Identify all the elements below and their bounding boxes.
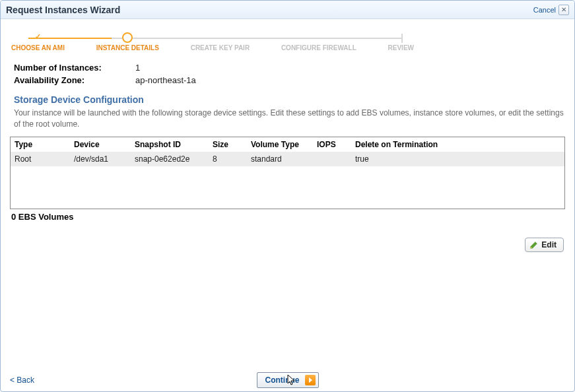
wizard-steps: ✓ CHOOSE AN AMI INSTANCE DETAILS CREATE …	[10, 27, 565, 51]
continue-button[interactable]: Continue	[257, 372, 319, 388]
col-iops: IOPS	[313, 137, 351, 152]
titlebar: Request Instances Wizard Cancel ✕	[1, 1, 574, 19]
col-delete-on-term: Delete on Termination	[351, 137, 564, 152]
table-header-row: Type Device Snapshot ID Size Volume Type…	[11, 137, 564, 152]
cell-delete-on-term: true	[351, 152, 564, 166]
col-type: Type	[11, 137, 70, 152]
num-instances-value: 1	[135, 63, 140, 73]
wizard-window: Request Instances Wizard Cancel ✕ ✓ CHOO…	[0, 0, 575, 392]
cell-iops	[313, 152, 351, 166]
step-choose-ami[interactable]: ✓ CHOOSE AN AMI	[11, 27, 65, 51]
edit-button-label: Edit	[541, 240, 557, 249]
step-create-key-pair: CREATE KEY PAIR	[191, 27, 250, 51]
num-instances-label: Number of Instances:	[14, 63, 135, 73]
step-label: CREATE KEY PAIR	[191, 44, 250, 51]
cell-snapshot: snap-0e62ed2e	[131, 152, 209, 166]
wizard-content: ✓ CHOOSE AN AMI INSTANCE DETAILS CREATE …	[1, 19, 574, 391]
storage-section-desc: Your instance will be launched with the …	[10, 108, 565, 130]
cell-device: /dev/sda1	[70, 152, 131, 166]
step-label: CONFIGURE FIREWALL	[281, 44, 356, 51]
checkmark-icon: ✓	[33, 32, 42, 42]
cell-volume-type: standard	[247, 152, 313, 166]
storage-table-wrap[interactable]: Type Device Snapshot ID Size Volume Type…	[10, 137, 565, 209]
close-icon[interactable]: ✕	[558, 5, 569, 15]
arrow-right-icon	[305, 375, 316, 385]
num-instances-row: Number of Instances: 1	[10, 63, 565, 73]
step-configure-firewall: CONFIGURE FIREWALL	[281, 27, 356, 51]
continue-button-label: Continue	[265, 376, 300, 385]
availability-zone-value: ap-northeast-1a	[135, 75, 196, 85]
step-instance-details[interactable]: INSTANCE DETAILS	[96, 27, 159, 51]
col-device: Device	[70, 137, 131, 152]
storage-section-title: Storage Device Configuration	[10, 94, 565, 105]
pencil-icon	[529, 240, 539, 249]
step-label: INSTANCE DETAILS	[96, 44, 159, 51]
storage-table: Type Device Snapshot ID Size Volume Type…	[11, 137, 564, 166]
window-title: Request Instances Wizard	[6, 5, 120, 15]
edit-button[interactable]: Edit	[525, 238, 564, 252]
col-snapshot: Snapshot ID	[131, 137, 209, 152]
close-group: Cancel ✕	[533, 5, 569, 15]
availability-zone-row: Availability Zone: ap-northeast-1a	[10, 75, 565, 85]
ebs-volumes-summary: 0 EBS Volumes	[10, 212, 565, 222]
col-size: Size	[209, 137, 247, 152]
step-review: REVIEW	[388, 27, 414, 51]
back-button[interactable]: < Back	[10, 376, 34, 385]
cell-size: 8	[209, 152, 247, 166]
active-step-icon	[122, 32, 133, 43]
step-label: CHOOSE AN AMI	[11, 44, 65, 51]
cancel-link[interactable]: Cancel	[533, 6, 556, 14]
wizard-footer: < Back Continue	[10, 376, 565, 385]
edit-button-wrap: Edit	[10, 238, 565, 252]
col-volume-type: Volume Type	[247, 137, 313, 152]
availability-zone-label: Availability Zone:	[14, 75, 135, 85]
table-row[interactable]: Root /dev/sda1 snap-0e62ed2e 8 standard …	[11, 152, 564, 166]
step-label: REVIEW	[388, 44, 414, 51]
cell-type: Root	[11, 152, 70, 166]
